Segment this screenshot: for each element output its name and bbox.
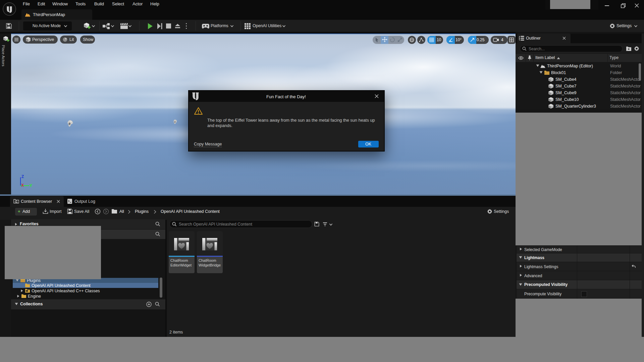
svg-text:C++: C++	[26, 290, 29, 292]
